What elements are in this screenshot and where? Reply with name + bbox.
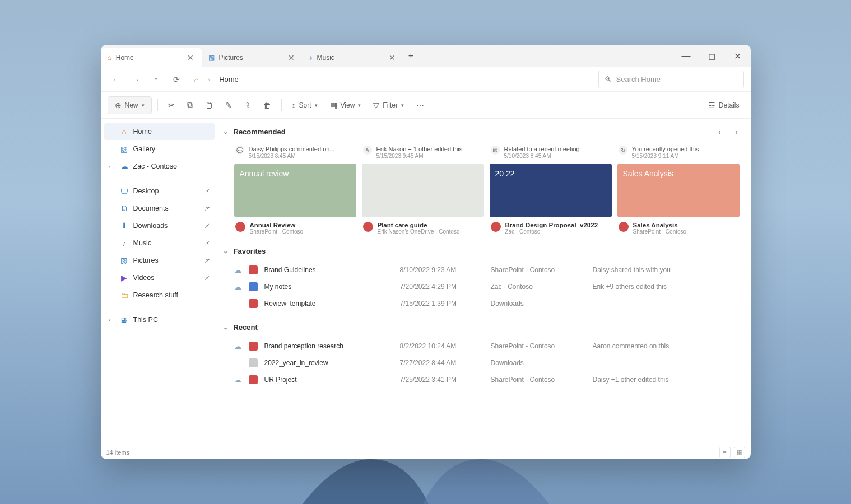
cut-button[interactable]: ✂ [164,96,179,114]
file-date: 7/27/2022 8:44 AM [400,359,484,367]
back-button[interactable]: ← [108,71,124,88]
more-icon: ⋯ [416,101,424,110]
avatar [491,222,501,232]
refresh-button[interactable]: ⟳ [168,71,185,88]
file-type-icon [249,282,258,291]
close-icon[interactable]: ✕ [287,53,296,62]
collapse-icon[interactable]: ⌄ [223,248,228,255]
tab-home[interactable]: ⌂ Home ✕ [101,48,202,67]
sidebar-item-label: Documents [133,204,169,212]
close-icon[interactable]: ✕ [388,53,397,62]
sort-button[interactable]: ↕ Sort ▾ [287,96,322,114]
sidebar-item-label: Desktop [133,187,159,195]
file-location: Downloads [491,359,586,367]
activity-text: You recently opened this [632,146,699,153]
sidebar-item-thispc[interactable]: ›🖳 This PC [104,311,215,328]
file-date: 8/2/2022 10:24 AM [400,342,484,350]
sidebar-item-documents[interactable]: 🗎 Documents 📌︎ [104,200,215,217]
delete-button[interactable]: 🗑︎ [259,96,276,114]
tab-pictures[interactable]: ▧ Pictures ✕ [202,48,303,67]
section-header-favorites: ⌄ Favorites [221,242,744,259]
card-title: Annual Review [250,222,304,228]
share-icon: ⇪ [244,101,251,110]
file-activity: Daisy +1 other edited this [593,376,669,384]
copy-button[interactable]: ⧉ [183,96,197,114]
file-row[interactable]: Review_template7/15/2022 1:39 PMDownload… [234,295,744,312]
list-view-button[interactable]: ≡ [719,447,731,458]
paste-button[interactable]: 📋︎ [201,96,217,114]
file-name: Brand Guidelines [264,266,393,274]
details-button[interactable]: ☲ Details [704,96,744,114]
card-location: SharePoint - Contoso [633,228,687,235]
recommended-card[interactable]: ✎Erik Nason + 1 other edited this5/15/20… [362,143,484,235]
sidebar-item-research[interactable]: 🗀 Research stuff [104,287,215,304]
file-name: UR Project [264,376,393,384]
sidebar-item-desktop[interactable]: 🖵 Desktop 📌︎ [104,183,215,199]
recommended-card[interactable]: ↻You recently opened this5/15/2023 9:11 … [617,143,740,235]
new-label: New [125,101,138,109]
search-input[interactable]: 🔍︎ Search Home [598,71,744,88]
minimize-button[interactable]: — [673,45,699,67]
recent-rows: ☁Brand perception research8/2/2022 10:24… [221,335,744,395]
file-name: 2022_year_in_review [264,359,393,367]
sidebar-item-pictures[interactable]: ▧ Pictures 📌︎ [104,252,215,269]
carousel-next-button[interactable]: › [729,124,744,139]
carousel-prev-button[interactable]: ‹ [713,124,727,139]
rename-button[interactable]: ✎ [221,96,236,114]
share-button[interactable]: ⇪ [240,96,255,114]
address-path[interactable]: Home [213,71,594,88]
card-title: Plant care guide [378,222,460,228]
file-row[interactable]: ☁UR Project7/25/2022 3:41 PMSharePoint -… [234,371,744,388]
chevron-right-icon: › [208,76,211,83]
new-tab-button[interactable]: + [403,51,419,61]
sidebar-item-gallery[interactable]: ▧ Gallery [104,141,215,157]
close-icon[interactable]: ✕ [186,53,195,62]
close-window-button[interactable]: ✕ [725,45,751,67]
recommended-card[interactable]: 📅︎Related to a recent meeting5/10/2023 8… [490,143,612,235]
content-area: ⌂ Home ▧ Gallery ›☁ Zac - Contoso 🖵 Desk… [101,119,751,445]
sidebar-item-videos[interactable]: ▶ Videos 📌︎ [104,269,215,286]
collapse-icon[interactable]: ⌄ [223,324,228,331]
new-button[interactable]: ⊕ New ▾ [108,96,152,114]
sidebar-item-downloads[interactable]: ⬇ Downloads 📌︎ [104,217,215,234]
file-location: Zac - Contoso [491,283,586,291]
sidebar-item-label: Pictures [133,256,159,264]
activity-text: Daisy Philipps commented on... [249,146,335,153]
tab-music[interactable]: ♪ Music ✕ [303,48,403,67]
avatar [235,222,245,232]
sidebar-item-onedrive[interactable]: ›☁ Zac - Contoso [104,158,215,175]
activity-time: 5/10/2023 8:45 AM [504,153,580,159]
home-nav-button[interactable]: ⌂ [188,71,205,88]
more-button[interactable]: ⋯ [412,96,429,114]
file-activity: Daisy shared this with you [593,266,671,274]
filter-button[interactable]: ▽ Filter ▾ [369,96,408,114]
copy-icon: ⧉ [187,100,193,110]
up-button[interactable]: ↑ [148,71,165,88]
file-activity: Aaron commented on this [593,342,669,350]
file-row[interactable]: ☁Brand Guidelines8/10/2022 9:23 AMShareP… [234,262,744,278]
activity-text: Related to a recent meeting [504,146,580,153]
file-row[interactable]: ☁Brand perception research8/2/2022 10:24… [234,338,744,354]
file-row[interactable]: ☁My notes7/20/2022 4:29 PMZac - ContosoE… [234,278,744,295]
sort-icon: ↕ [292,101,296,110]
sidebar-item-label: Music [133,239,152,247]
card-thumbnail: Sales Analysis [617,164,740,217]
filter-label: Filter [383,101,398,109]
collapse-icon[interactable]: ⌄ [223,128,228,136]
chevron-right-icon[interactable]: › [109,317,115,323]
sidebar-item-music[interactable]: ♪ Music 📌︎ [104,235,215,251]
sidebar-item-label: Videos [133,274,155,282]
chevron-right-icon[interactable]: › [109,164,115,170]
forward-button[interactable]: → [128,71,145,88]
recommended-card[interactable]: 💬Daisy Philipps commented on...5/15/2023… [234,143,356,235]
chevron-down-icon: ▾ [358,102,361,108]
file-type-icon [249,358,258,367]
view-button[interactable]: ▦ View ▾ [325,96,366,114]
sidebar-item-home[interactable]: ⌂ Home [104,123,215,140]
grid-view-button[interactable]: ▦ [734,447,745,458]
tab-label: Home [116,54,134,62]
maximize-button[interactable]: ◻ [699,45,725,67]
file-row[interactable]: 2022_year_in_review7/27/2022 8:44 AMDown… [234,354,744,371]
section-title: Favorites [234,247,266,255]
file-date: 7/25/2022 3:41 PM [400,376,484,384]
